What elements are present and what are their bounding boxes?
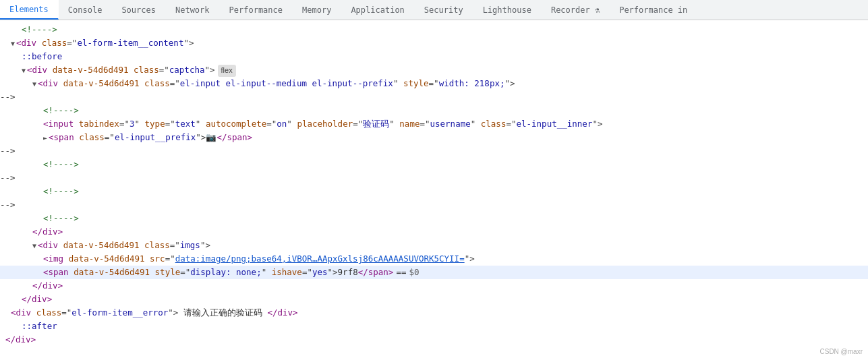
attr-name: type <box>145 117 165 131</box>
tag-close: </div> <box>5 333 36 347</box>
tag-close: </div> <box>32 279 63 293</box>
attr-name: data-v-54d6d491 <box>74 266 150 279</box>
attr-name: autocomplete <box>206 117 266 131</box>
attr-value: yes <box>312 266 328 279</box>
code-line-highlighted: <span data-v-54d6d491 style =" display: … <box>0 266 868 279</box>
attr-value: 3 <box>129 117 135 131</box>
comment-text: <!----> <box>43 158 79 171</box>
attr-value: imgs <box>180 239 200 252</box>
attr-name: data-v-54d6d491 <box>63 77 140 90</box>
tab-bar: Elements Console Sources Network Perform… <box>0 0 868 20</box>
tag-close: </span> <box>216 131 252 144</box>
tag-open: <div <box>16 36 36 50</box>
code-line: </div> <box>0 279 868 293</box>
pseudo-element: ::before <box>22 50 62 63</box>
tab-network[interactable]: Network <box>166 0 220 20</box>
attr-value: display: none; <box>190 266 261 279</box>
error-text: 请输入正确的验证码 <box>178 306 267 320</box>
tag-open: <img <box>43 252 63 266</box>
comment-text: <!----> <box>43 104 79 117</box>
tag-open: <input <box>43 117 74 131</box>
tag-close: </div> <box>267 306 297 320</box>
tag-close: </span> <box>358 266 394 279</box>
tab-memory[interactable]: Memory <box>293 0 341 20</box>
attr-name: ishave <box>272 266 302 279</box>
code-line: </div> <box>0 225 868 239</box>
attr-value: el-input__inner <box>516 117 592 131</box>
collapse-triangle[interactable]: ▼ <box>32 79 36 90</box>
attr-name: src <box>150 252 165 266</box>
tab-sources[interactable]: Sources <box>112 0 166 20</box>
attr-name: style <box>403 77 429 90</box>
attr-value: captcha <box>169 63 205 77</box>
tag-open: <span <box>49 131 74 144</box>
tag-close: </div> <box>32 225 63 239</box>
comment-text: <!----> <box>43 212 79 225</box>
tab-security[interactable]: Security <box>415 0 473 20</box>
attr-value: on <box>277 117 287 131</box>
attr-name: class <box>79 131 105 144</box>
src-link[interactable]: data:image/png;base64,iVBOR…AApxGxlsj86c… <box>175 252 465 266</box>
code-line: <!----> <box>0 185 868 198</box>
dollar-zero: $0 <box>409 266 419 279</box>
collapse-triangle[interactable]: ► <box>43 133 47 144</box>
attr-name: data-v-54d6d491 <box>63 239 140 252</box>
code-line: ▼ <div class =" el-form-item__content "> <box>0 36 868 50</box>
tag-open: <div <box>38 77 58 90</box>
attr-value: el-form-item__error <box>71 306 168 320</box>
attr-value: username <box>430 117 471 131</box>
comment-text: <!----> <box>43 185 79 198</box>
attr-name: class <box>144 77 170 90</box>
attr-name: style <box>155 266 181 279</box>
comment-text: <!----> <box>22 23 57 36</box>
code-panel: <!----> ▼ <div class =" el-form-item__co… <box>0 20 868 358</box>
tab-elements[interactable]: Elements <box>0 0 59 20</box>
flex-badge: flex <box>218 65 236 77</box>
pseudo-element: ::after <box>22 320 57 333</box>
collapse-triangle[interactable]: ▼ <box>11 38 15 49</box>
attr-value: text <box>175 117 196 131</box>
tag-open: <div <box>27 63 47 77</box>
code-line: ▼ <div data-v-54d6d491 class =" el-input… <box>0 77 868 90</box>
watermark: CSDN @maxr <box>820 348 863 355</box>
code-line: </div> <box>0 293 868 306</box>
tab-performance-insights[interactable]: Performance in <box>610 0 697 20</box>
code-line: <!----> <box>0 104 868 117</box>
tab-application[interactable]: Application <box>341 0 414 20</box>
tag-close: </div> <box>22 293 52 306</box>
attr-value: el-input__prefix <box>115 131 196 144</box>
attr-name: class <box>134 63 159 77</box>
code-line: <input tabindex =" 3 " type =" text " au… <box>0 117 868 131</box>
attr-name: data-v-54d6d491 <box>53 63 129 77</box>
code-line: <div class =" el-form-item__error "> 请输入… <box>0 306 868 320</box>
collapse-triangle[interactable]: ▼ <box>32 241 36 251</box>
tag-open: <div <box>11 306 31 320</box>
tab-recorder[interactable]: Recorder ⚗ <box>542 0 610 20</box>
code-line: ▼ <div data-v-54d6d491 class =" imgs "> <box>0 239 868 252</box>
attr-name: tabindex <box>79 117 119 131</box>
tag-open: <div <box>38 239 58 252</box>
attr-name: data-v-54d6d491 <box>69 252 145 266</box>
collapse-triangle[interactable]: ▼ <box>22 65 26 76</box>
attr-name: name <box>399 117 419 131</box>
code-line: <!----> <box>0 158 868 171</box>
attr-value: el-input el-input--medium el-input--pref… <box>180 77 393 90</box>
attr-value: el-form-item__content <box>77 36 183 50</box>
code-line: <!----> <box>0 23 868 36</box>
code-line: ▼ <div data-v-54d6d491 class =" captcha … <box>0 63 868 77</box>
tab-console[interactable]: Console <box>59 0 113 20</box>
code-line: <img data-v-54d6d491 src =" data:image/p… <box>0 252 868 266</box>
code-line: ::after <box>0 320 868 333</box>
attr-name: class <box>144 239 170 252</box>
attr-name: placeholder <box>297 117 353 131</box>
tab-lighthouse[interactable]: Lighthouse <box>473 0 542 20</box>
attr-name: class <box>42 36 67 50</box>
tab-performance[interactable]: Performance <box>220 0 293 20</box>
attr-name: class <box>36 306 62 320</box>
attr-name: class <box>481 117 507 131</box>
code-line: <!----> <box>0 212 868 225</box>
code-line: </div> <box>0 333 868 347</box>
code-line: ::before <box>0 50 868 63</box>
code-line: ► <span class =" el-input__prefix "> 📷 <… <box>0 131 868 144</box>
attr-value: 验证码 <box>363 117 389 131</box>
